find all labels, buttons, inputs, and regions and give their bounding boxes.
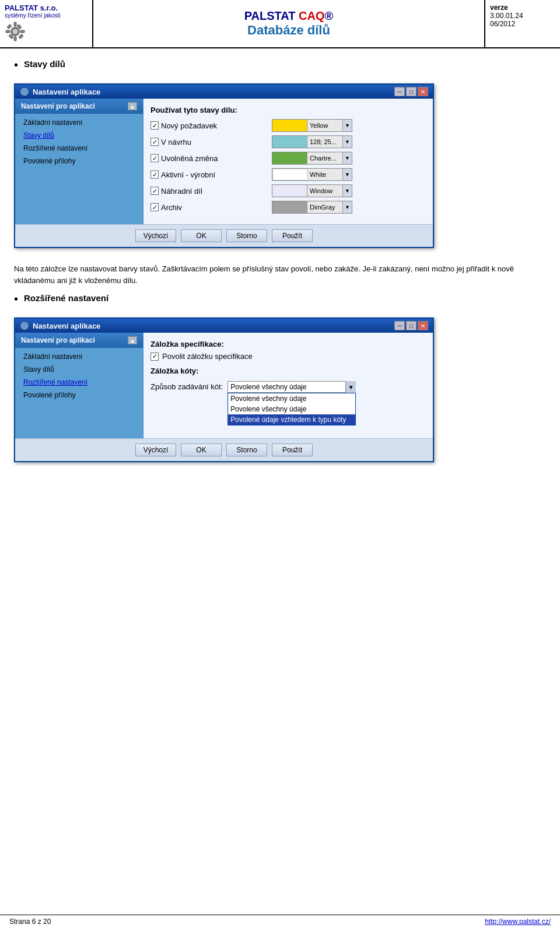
dialog1-ok-button[interactable]: OK bbox=[181, 229, 222, 242]
color-btn-uvolnena[interactable]: Chartre... ▼ bbox=[272, 152, 352, 165]
sidebar1-item-zakladni[interactable]: Základní nastavení bbox=[15, 116, 143, 129]
dialog2-pouzit-button[interactable]: Použít bbox=[272, 444, 313, 456]
page-footer: Strana 6 z 20 http://www.palstat.cz/ bbox=[0, 915, 560, 928]
sidebar1-item-rozsirene[interactable]: Rozšířené nastavení bbox=[15, 142, 143, 155]
cb-archiv[interactable] bbox=[150, 203, 159, 211]
checkbox-archiv[interactable]: Archiv bbox=[150, 203, 267, 212]
dialog1-maximize-button[interactable]: □ bbox=[406, 87, 416, 96]
page-header: PALSTAT s.r.o. systémy řízení jakosti bbox=[0, 0, 560, 48]
dialog1-controls[interactable]: ─ □ ✕ bbox=[394, 87, 428, 96]
logo-icon bbox=[5, 21, 26, 42]
dialog2-maximize-button[interactable]: □ bbox=[406, 321, 416, 330]
dialog2-icon bbox=[20, 321, 29, 330]
dialog1-wrapper: Nastavení aplikace ─ □ ✕ Nastavení pro a… bbox=[14, 83, 434, 248]
color-arrow-novy[interactable]: ▼ bbox=[342, 120, 352, 131]
color-label-nahradni: Window bbox=[307, 187, 342, 194]
dialog1-main: Používat tyto stavy dílu: Nový požadavek… bbox=[144, 99, 433, 224]
dialog1-pouzit-button[interactable]: Použít bbox=[272, 229, 313, 242]
company-subtitle: systémy řízení jakosti bbox=[5, 12, 88, 19]
label-aktivni: Aktivní - výrobní bbox=[161, 170, 215, 179]
koty-option-3[interactable]: Povolené údaje vzhledem k typu kóty bbox=[228, 414, 355, 425]
checkbox-novy[interactable]: Nový požadavek bbox=[150, 121, 267, 130]
dialog2-titlebar: Nastavení aplikace ─ □ ✕ bbox=[15, 319, 433, 333]
sidebar2-item-zakladni[interactable]: Základní nastavení bbox=[15, 350, 143, 363]
section1-title: Stavy dílů bbox=[24, 58, 65, 69]
svg-rect-2 bbox=[14, 37, 16, 41]
footer-link[interactable]: http://www.palstat.cz/ bbox=[485, 917, 551, 926]
color-label-uvolnena: Chartre... bbox=[307, 155, 342, 162]
cb-uvolnena[interactable] bbox=[150, 154, 159, 162]
color-arrow-nahradni[interactable]: ▼ bbox=[342, 185, 352, 197]
spec-checkbox-row: Povolit záložku specifikace bbox=[150, 352, 426, 361]
color-btn-archiv[interactable]: DimGray ▼ bbox=[272, 201, 352, 214]
dialog2-body: Nastavení pro aplikaci ▲ Základní nastav… bbox=[15, 333, 433, 438]
koty-section-title: Záložka kóty: bbox=[150, 367, 426, 375]
dialog2-vychozi-button[interactable]: Výchozí bbox=[135, 444, 176, 456]
koty-option-1[interactable]: Povolené všechny údaje bbox=[228, 393, 355, 404]
color-btn-aktivni[interactable]: White ▼ bbox=[272, 168, 352, 181]
koty-dropdown-selected[interactable]: Povolené všechny údaje bbox=[228, 381, 356, 393]
dialog2-storno-button[interactable]: Storno bbox=[226, 444, 267, 456]
dialog2-minimize-button[interactable]: ─ bbox=[394, 321, 405, 330]
color-label-novy: Yellow bbox=[307, 122, 342, 129]
color-arrow-navrhu[interactable]: ▼ bbox=[342, 136, 352, 148]
cb-spec[interactable] bbox=[150, 353, 159, 361]
status-row-nahradni: Náhradní díl Window ▼ bbox=[150, 184, 426, 197]
dialog1-vychozi-button[interactable]: Výchozí bbox=[135, 229, 176, 242]
checkbox-aktivni[interactable]: Aktivní - výrobní bbox=[150, 170, 267, 179]
sidebar2-item-rozsirene[interactable]: Rozšířené nastavení bbox=[15, 376, 143, 389]
koty-dropdown[interactable]: Povolené všechny údaje ▼ bbox=[228, 381, 356, 393]
cb-novy[interactable] bbox=[150, 121, 159, 130]
dialog1-minimize-button[interactable]: ─ bbox=[394, 87, 405, 96]
color-btn-nahradni[interactable]: Window ▼ bbox=[272, 184, 352, 197]
sidebar2-item-stavy[interactable]: Stavy dílů bbox=[15, 363, 143, 376]
dialog2-ok-button[interactable]: OK bbox=[181, 444, 222, 456]
label-nahradni: Náhradní díl bbox=[161, 187, 202, 196]
color-arrow-aktivni[interactable]: ▼ bbox=[342, 169, 352, 180]
koty-dropdown-arrow-icon[interactable]: ▼ bbox=[345, 381, 356, 393]
para1-text1: Na této záložce lze nastavovat barvy sta… bbox=[14, 264, 514, 285]
svg-rect-1 bbox=[14, 22, 16, 26]
sidebar2-item-povolene[interactable]: Povolené přílohy bbox=[15, 389, 143, 402]
paragraph1: Na této záložce lze nastavovat barvy sta… bbox=[14, 263, 546, 286]
dialog2-close-button[interactable]: ✕ bbox=[418, 321, 428, 330]
dialog2-controls[interactable]: ─ □ ✕ bbox=[394, 321, 428, 330]
header-left: PALSTAT s.r.o. systémy řízení jakosti bbox=[0, 0, 93, 47]
bullet2: • bbox=[14, 292, 18, 306]
checkbox-navrhu[interactable]: V návrhu bbox=[150, 138, 267, 146]
dialog2-title-text: Nastavení aplikace bbox=[33, 322, 100, 330]
header-right: verze 3.00.01.24 06/2012 bbox=[484, 0, 560, 47]
palstat-label: PALSTAT bbox=[244, 9, 299, 22]
checkbox-uvolnena[interactable]: Uvolněná změna bbox=[150, 154, 267, 163]
status-row-aktivni: Aktivní - výrobní White ▼ bbox=[150, 168, 426, 181]
sidebar1-item-povolene[interactable]: Povolené přílohy bbox=[15, 155, 143, 168]
cb-navrhu[interactable] bbox=[150, 138, 159, 146]
reg-label: ® bbox=[325, 9, 334, 22]
sidebar2-collapse-button[interactable]: ▲ bbox=[128, 336, 137, 344]
color-btn-novy[interactable]: Yellow ▼ bbox=[272, 119, 352, 132]
color-arrow-archiv[interactable]: ▼ bbox=[342, 201, 352, 213]
spec-checkbox-label: Povolit záložku specifikace bbox=[162, 352, 253, 361]
section2-title: Rozšířené nastavení bbox=[24, 292, 108, 303]
koty-row: Způsob zadávání kót: Povolené všechny úd… bbox=[150, 381, 426, 425]
version-value: 3.00.01.24 bbox=[490, 12, 555, 20]
color-arrow-uvolnena[interactable]: ▼ bbox=[342, 152, 352, 164]
checkbox-nahradni[interactable]: Náhradní díl bbox=[150, 187, 267, 196]
cb-nahradni[interactable] bbox=[150, 187, 159, 195]
svg-rect-3 bbox=[6, 30, 10, 33]
dialog1-sidebar-title: Nastavení pro aplikaci bbox=[21, 102, 95, 110]
dialog1-close-button[interactable]: ✕ bbox=[418, 87, 428, 96]
dialog1-storno-button[interactable]: Storno bbox=[226, 229, 267, 242]
company-name: PALSTAT s.r.o. bbox=[5, 4, 88, 12]
sidebar1-item-stavy[interactable]: Stavy dílů bbox=[15, 129, 143, 142]
caq-label: CAQ bbox=[299, 9, 324, 22]
dialog1-section-title: Používat tyto stavy dílu: bbox=[150, 106, 426, 114]
date-value: 06/2012 bbox=[490, 20, 555, 28]
cb-aktivni[interactable] bbox=[150, 170, 159, 179]
color-btn-navrhu[interactable]: 128; 25... ▼ bbox=[272, 135, 352, 148]
koty-dropdown-container: Povolené všechny údaje ▼ Povolené všechn… bbox=[228, 381, 356, 425]
svg-rect-4 bbox=[20, 30, 24, 33]
sidebar1-collapse-button[interactable]: ▲ bbox=[128, 102, 137, 110]
koty-option-2[interactable]: Povolené všechny údaje bbox=[228, 404, 355, 414]
color-label-archiv: DimGray bbox=[307, 204, 342, 211]
